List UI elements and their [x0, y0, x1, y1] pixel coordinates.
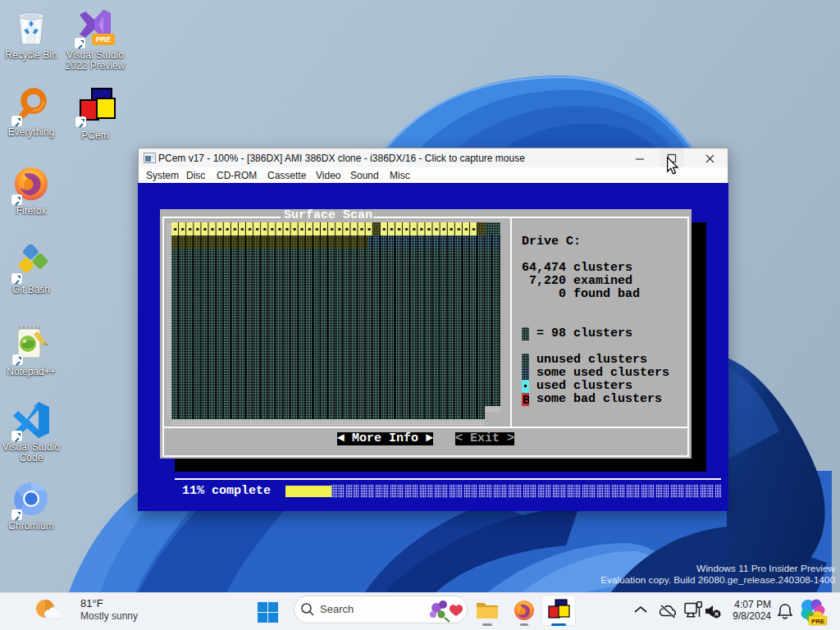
svg-text:B: B: [523, 394, 529, 406]
svg-text:PRE: PRE: [811, 618, 825, 625]
